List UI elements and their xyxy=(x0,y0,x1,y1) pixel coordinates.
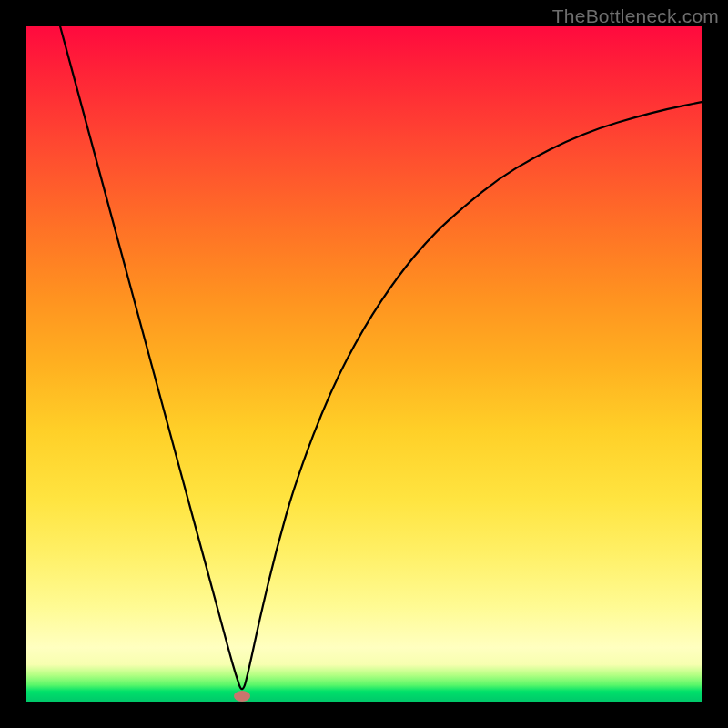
bottleneck-curve xyxy=(60,26,702,689)
curve-svg xyxy=(26,26,702,702)
plot-area xyxy=(26,26,702,702)
watermark-text: TheBottleneck.com xyxy=(552,5,719,27)
chart-frame: TheBottleneck.com xyxy=(0,0,728,728)
